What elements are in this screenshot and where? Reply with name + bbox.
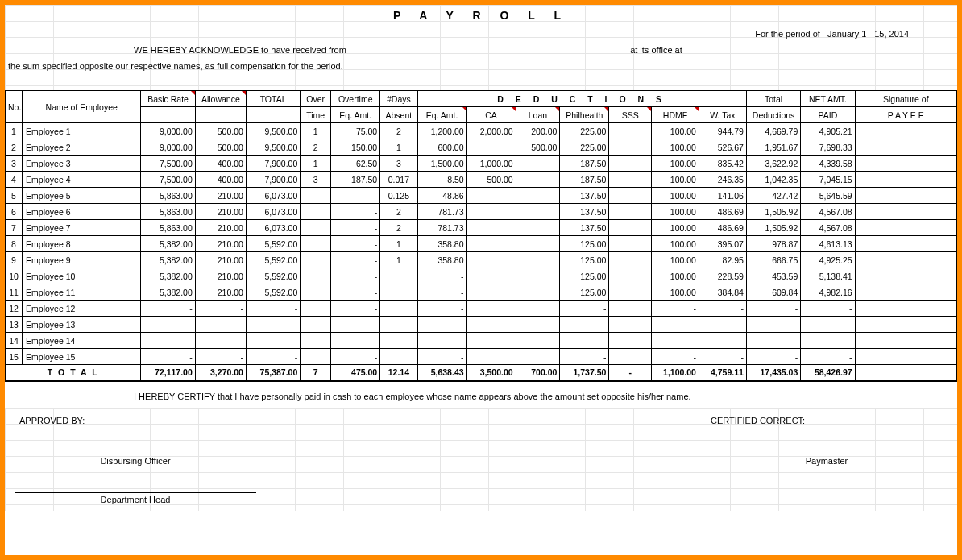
table-row: 14Employee 14---------- bbox=[6, 333, 957, 349]
cell: - bbox=[331, 333, 380, 349]
ack-mid: at its office at bbox=[630, 45, 682, 55]
acknowledge-line: WE HEREBY ACKNOWLEDGE to have received f… bbox=[5, 42, 957, 58]
cell: 4,613.13 bbox=[801, 236, 855, 252]
cell: 1,505.92 bbox=[746, 204, 800, 220]
cell: - bbox=[331, 349, 380, 365]
cell: 7,900.00 bbox=[246, 172, 300, 188]
total-sss: - bbox=[609, 365, 652, 381]
signature-cell bbox=[855, 284, 956, 301]
cell bbox=[609, 220, 652, 236]
cell: 600.00 bbox=[417, 139, 466, 156]
cell bbox=[609, 139, 652, 156]
cell bbox=[516, 220, 560, 236]
col-basic: Basic Rate bbox=[141, 91, 195, 107]
col-allow: Allowance bbox=[195, 91, 246, 107]
cell: 100.00 bbox=[652, 284, 699, 301]
col-over: Over bbox=[301, 91, 331, 107]
cell bbox=[301, 204, 331, 220]
cell bbox=[609, 284, 652, 301]
col-no: No. bbox=[6, 91, 23, 123]
col-totded-top: Total bbox=[746, 91, 800, 107]
cell bbox=[466, 268, 516, 284]
cell: 4,982.16 bbox=[801, 284, 855, 301]
cell: 62.50 bbox=[331, 156, 380, 172]
cell bbox=[516, 156, 560, 172]
period-prefix: For the period of bbox=[755, 29, 820, 39]
cell: 1 bbox=[6, 123, 23, 139]
col-ot-eq: Eq. Amt. bbox=[331, 107, 380, 123]
col-hdmf: HDMF bbox=[652, 107, 699, 123]
cell: Employee 4 bbox=[23, 172, 141, 188]
cell: 500.00 bbox=[195, 139, 246, 156]
col-payee: P A Y E E bbox=[855, 107, 956, 123]
cell: - bbox=[331, 284, 380, 301]
cell bbox=[380, 317, 417, 333]
certified-block: CERTIFIED CORRECT: Paymaster bbox=[706, 414, 947, 504]
cell: 835.42 bbox=[699, 156, 746, 172]
cell: 5,645.59 bbox=[801, 188, 855, 204]
cell bbox=[466, 204, 516, 220]
cell: 2 bbox=[380, 220, 417, 236]
cell bbox=[609, 317, 652, 333]
cell: - bbox=[560, 333, 609, 349]
cell bbox=[466, 252, 516, 268]
signature-cell bbox=[855, 172, 956, 188]
cell: 427.42 bbox=[746, 188, 800, 204]
col-overtime: Overtime bbox=[331, 91, 380, 107]
cell: 225.00 bbox=[560, 139, 609, 156]
cell: Employee 12 bbox=[23, 301, 141, 317]
cell: Employee 6 bbox=[23, 204, 141, 220]
cell: 125.00 bbox=[560, 268, 609, 284]
cell bbox=[301, 220, 331, 236]
cell: Employee 11 bbox=[23, 284, 141, 301]
cell: - bbox=[246, 301, 300, 317]
cell: - bbox=[331, 220, 380, 236]
cell bbox=[609, 333, 652, 349]
total-ot-eq: 475.00 bbox=[331, 365, 380, 381]
cell: - bbox=[331, 301, 380, 317]
cell: 1 bbox=[380, 139, 417, 156]
signature-cell bbox=[855, 317, 956, 333]
certify-line: I HEREBY CERTIFY that I have personally … bbox=[5, 382, 957, 408]
cell: 141.06 bbox=[699, 188, 746, 204]
cell: 5,592.00 bbox=[246, 236, 300, 252]
cell: Employee 15 bbox=[23, 349, 141, 365]
office-blank bbox=[685, 45, 878, 56]
cell: 228.59 bbox=[699, 268, 746, 284]
cell bbox=[609, 172, 652, 188]
cell: 1,505.92 bbox=[746, 220, 800, 236]
cell: 2 bbox=[380, 204, 417, 220]
cell: 1,951.67 bbox=[746, 139, 800, 156]
signature-cell bbox=[855, 139, 956, 156]
cell: 395.07 bbox=[699, 236, 746, 252]
cell: - bbox=[699, 349, 746, 365]
cell: 7,900.00 bbox=[246, 156, 300, 172]
cell: Employee 3 bbox=[23, 156, 141, 172]
cell: 9,000.00 bbox=[141, 123, 195, 139]
total-wtax: 4,759.11 bbox=[699, 365, 746, 381]
cell: 500.00 bbox=[516, 139, 560, 156]
cell: 3 bbox=[380, 156, 417, 172]
table-row: 8Employee 85,382.00210.005,592.00-1358.8… bbox=[6, 236, 957, 252]
cell bbox=[516, 204, 560, 220]
col-name: Name of Employee bbox=[23, 91, 141, 123]
cell: 5,592.00 bbox=[246, 268, 300, 284]
cell: Employee 2 bbox=[23, 139, 141, 156]
cell bbox=[301, 317, 331, 333]
cell: - bbox=[417, 301, 466, 317]
sum-line: the sum specified opposite our respectiv… bbox=[5, 58, 957, 74]
total-basic: 72,117.00 bbox=[141, 365, 195, 381]
cell: 7 bbox=[6, 220, 23, 236]
cell: 210.00 bbox=[195, 252, 246, 268]
cell: 4 bbox=[6, 172, 23, 188]
cell: 3 bbox=[6, 156, 23, 172]
cell: 8 bbox=[6, 236, 23, 252]
cell: Employee 8 bbox=[23, 236, 141, 252]
cell: 1 bbox=[301, 123, 331, 139]
total-label: T O T A L bbox=[6, 365, 141, 381]
blank-allow bbox=[195, 107, 246, 123]
cell bbox=[516, 301, 560, 317]
cell: 5,863.00 bbox=[141, 220, 195, 236]
cell bbox=[516, 236, 560, 252]
col-loan: Loan bbox=[516, 107, 560, 123]
